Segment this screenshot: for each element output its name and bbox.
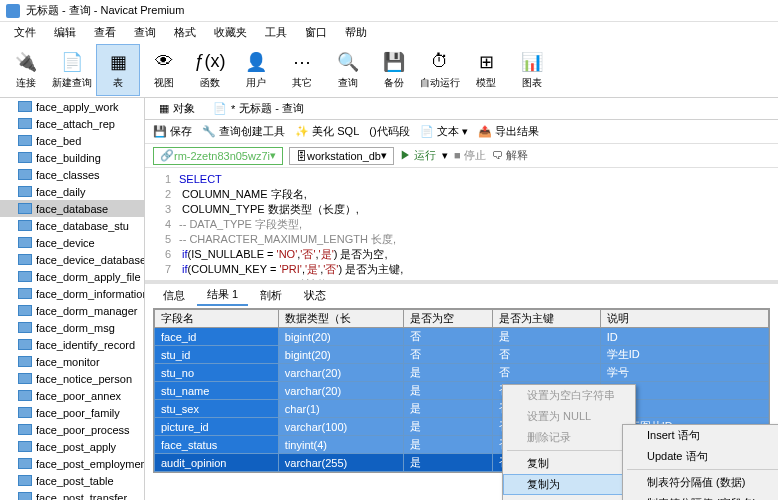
query-icon: 📄 xyxy=(213,102,227,115)
sidebar-item-face_daily[interactable]: face_daily xyxy=(0,183,144,200)
ctx-制表符分隔值 (字段名)[interactable]: 制表符分隔值 (字段名) xyxy=(623,493,778,500)
sidebar-item-face_device_database[interactable]: face_device_database xyxy=(0,251,144,268)
ctx-复制[interactable]: 复制 xyxy=(503,453,635,474)
table-row[interactable]: face_idbigint(20)否是ID xyxy=(155,328,769,346)
sidebar-item-face_database_stu[interactable]: face_database_stu xyxy=(0,217,144,234)
tool-备份[interactable]: 💾备份 xyxy=(372,44,416,96)
connection-bar: 🔗 rm-2zetn83n05wz7i ▾ 🗄 workstation_db ▾… xyxy=(145,144,778,168)
sidebar-item-face_poor_process[interactable]: face_poor_process xyxy=(0,421,144,438)
sidebar-item-face_attach_rep[interactable]: face_attach_rep xyxy=(0,115,144,132)
export-button[interactable]: 📤 导出结果 xyxy=(478,124,539,139)
connection-dropdown[interactable]: 🔗 rm-2zetn83n05wz7i ▾ xyxy=(153,147,283,165)
ctx-复制为[interactable]: 复制为▸ xyxy=(503,474,635,495)
table-row[interactable]: stu_idbigint(20)否否学生ID xyxy=(155,346,769,364)
ctx-Insert 语句[interactable]: Insert 语句 xyxy=(623,425,778,446)
tool-用户[interactable]: 👤用户 xyxy=(234,44,278,96)
col-header[interactable]: 字段名 xyxy=(155,310,279,328)
tool-连接[interactable]: 🔌连接 xyxy=(4,44,48,96)
ctx-删除记录[interactable]: 删除记录 xyxy=(503,427,635,448)
menu-文件[interactable]: 文件 xyxy=(6,23,44,42)
函数-icon: ƒ(x) xyxy=(198,50,222,74)
sidebar-item-face_post_apply[interactable]: face_post_apply xyxy=(0,438,144,455)
explain-button[interactable]: 🗨 解释 xyxy=(492,148,528,163)
table-icon xyxy=(18,305,32,316)
query-toolbar: 💾 保存 🔧 查询创建工具 ✨ 美化 SQL ()代码段 📄 文本 ▾ 📤 导出… xyxy=(145,120,778,144)
ctx-设置为空白字符串[interactable]: 设置为空白字符串 xyxy=(503,385,635,406)
context-menu[interactable]: 设置为空白字符串设置为 NULL删除记录复制复制为▸粘贴显示▸ xyxy=(502,384,636,500)
menu-窗口[interactable]: 窗口 xyxy=(297,23,335,42)
table-row[interactable]: stu_sexchar(1)是否性别 xyxy=(155,400,769,418)
tab-query[interactable]: 📄* 无标题 - 查询 xyxy=(207,99,310,118)
sidebar-item-face_database[interactable]: face_database xyxy=(0,200,144,217)
tool-模型[interactable]: ⊞模型 xyxy=(464,44,508,96)
menu-帮助[interactable]: 帮助 xyxy=(337,23,375,42)
beautify-button[interactable]: ✨ 美化 SQL xyxy=(295,124,359,139)
menu-编辑[interactable]: 编辑 xyxy=(46,23,84,42)
table-icon xyxy=(18,237,32,248)
ctx-粘贴[interactable]: 粘贴 xyxy=(503,495,635,500)
table-row[interactable]: stu_novarchar(20)是否学号 xyxy=(155,364,769,382)
text-button[interactable]: 📄 文本 ▾ xyxy=(420,124,468,139)
ctx-制表符分隔值 (数据)[interactable]: 制表符分隔值 (数据) xyxy=(623,472,778,493)
table-icon xyxy=(18,475,32,486)
sidebar-item-face_post_table[interactable]: face_post_table xyxy=(0,472,144,489)
tool-视图[interactable]: 👁视图 xyxy=(142,44,186,96)
sidebar-item-face_poor_annex[interactable]: face_poor_annex xyxy=(0,387,144,404)
sidebar-item-face_classes[interactable]: face_classes xyxy=(0,166,144,183)
ctx-Update 语句[interactable]: Update 语句 xyxy=(623,446,778,467)
sidebar-item-face_monitor[interactable]: face_monitor xyxy=(0,353,144,370)
sidebar-item-face_poor_family[interactable]: face_poor_family xyxy=(0,404,144,421)
menu-查询[interactable]: 查询 xyxy=(126,23,164,42)
sidebar-item-face_post_employment[interactable]: face_post_employment xyxy=(0,455,144,472)
sidebar-item-face_device[interactable]: face_device xyxy=(0,234,144,251)
tool-其它[interactable]: ⋯其它 xyxy=(280,44,324,96)
col-header[interactable]: 数据类型（长 xyxy=(278,310,403,328)
col-header[interactable]: 是否为主键 xyxy=(493,310,600,328)
menu-查看[interactable]: 查看 xyxy=(86,23,124,42)
tool-自动运行[interactable]: ⏱自动运行 xyxy=(418,44,462,96)
sidebar-item-face_dorm_apply_file[interactable]: face_dorm_apply_file xyxy=(0,268,144,285)
tab-info[interactable]: 信息 xyxy=(153,286,195,305)
sidebar-item-face_notice_person[interactable]: face_notice_person xyxy=(0,370,144,387)
sidebar-item-face_identify_record[interactable]: face_identify_record xyxy=(0,336,144,353)
sidebar-item-face_dorm_manager[interactable]: face_dorm_manager xyxy=(0,302,144,319)
col-header[interactable]: 是否为空 xyxy=(403,310,493,328)
sidebar-item-face_apply_work[interactable]: face_apply_work xyxy=(0,98,144,115)
table-row[interactable]: stu_namevarchar(20)是否姓名 xyxy=(155,382,769,400)
tab-objects[interactable]: ▦对象 xyxy=(153,99,201,118)
col-header[interactable]: 说明 xyxy=(600,310,768,328)
stop-button[interactable]: ■ 停止 xyxy=(454,148,486,163)
app-icon xyxy=(6,4,20,18)
builder-button[interactable]: 🔧 查询创建工具 xyxy=(202,124,285,139)
sidebar-item-face_building[interactable]: face_building xyxy=(0,149,144,166)
menu-收藏夹[interactable]: 收藏夹 xyxy=(206,23,255,42)
ctx-设置为 NULL[interactable]: 设置为 NULL xyxy=(503,406,635,427)
menu-工具[interactable]: 工具 xyxy=(257,23,295,42)
table-icon xyxy=(18,356,32,367)
run-button[interactable]: ▶ 运行 xyxy=(400,148,436,163)
tab-result[interactable]: 结果 1 xyxy=(197,285,248,306)
menu-格式[interactable]: 格式 xyxy=(166,23,204,42)
tool-图表[interactable]: 📊图表 xyxy=(510,44,554,96)
context-submenu[interactable]: Insert 语句Update 语句制表符分隔值 (数据)制表符分隔值 (字段名… xyxy=(622,424,778,500)
tab-profile[interactable]: 剖析 xyxy=(250,286,292,305)
tab-bar: ▦对象 📄* 无标题 - 查询 xyxy=(145,98,778,120)
tool-新建查询[interactable]: 📄新建查询 xyxy=(50,44,94,96)
tab-status[interactable]: 状态 xyxy=(294,286,336,305)
sql-editor[interactable]: 1SELECT2 COLUMN_NAME 字段名,3 COLUMN_TYPE 数… xyxy=(145,168,778,280)
sidebar-item-face_post_transfer[interactable]: face_post_transfer xyxy=(0,489,144,500)
snippet-button[interactable]: ()代码段 xyxy=(369,124,409,139)
模型-icon: ⊞ xyxy=(474,50,498,74)
sidebar-item-face_dorm_msg[interactable]: face_dorm_msg xyxy=(0,319,144,336)
window-title: 无标题 - 查询 - Navicat Premium xyxy=(26,3,184,18)
table-icon xyxy=(18,424,32,435)
database-dropdown[interactable]: 🗄 workstation_db ▾ xyxy=(289,147,394,165)
tool-函数[interactable]: ƒ(x)函数 xyxy=(188,44,232,96)
tool-查询[interactable]: 🔍查询 xyxy=(326,44,370,96)
toolbar: 🔌连接📄新建查询▦表👁视图ƒ(x)函数👤用户⋯其它🔍查询💾备份⏱自动运行⊞模型📊… xyxy=(0,42,778,98)
tool-表[interactable]: ▦表 xyxy=(96,44,140,96)
sidebar-item-face_dorm_information[interactable]: face_dorm_information xyxy=(0,285,144,302)
save-button[interactable]: 💾 保存 xyxy=(153,124,192,139)
sidebar-item-face_bed[interactable]: face_bed xyxy=(0,132,144,149)
table-icon xyxy=(18,288,32,299)
